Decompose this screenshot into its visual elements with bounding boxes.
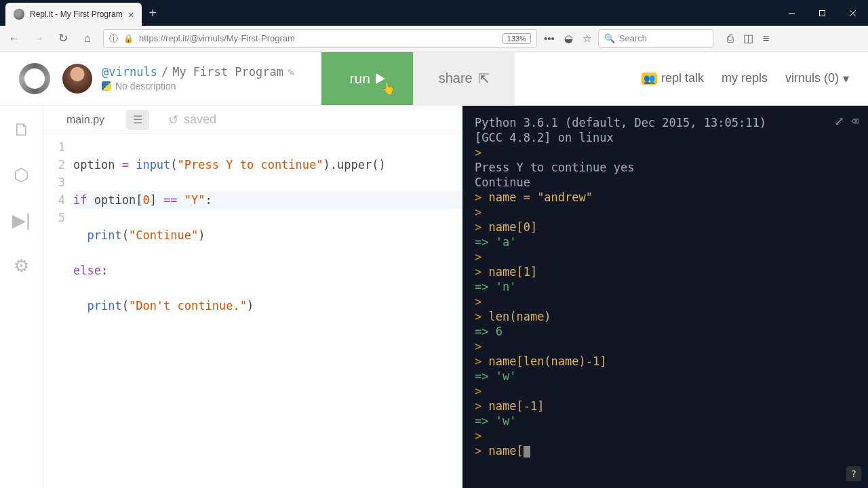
terminal-cursor: [524, 446, 530, 458]
main-content: 🗋 ⬡ ▶| ⚙ main.py ☰ ↺ saved 12345 option …: [0, 106, 868, 488]
browser-tab[interactable]: Repl.it - My First Program ×: [5, 3, 142, 26]
search-icon: 🔍: [604, 33, 615, 43]
minimize-button[interactable]: [776, 0, 807, 26]
url-bar[interactable]: ⓘ 🔒 https://repl.it/@virnuls/My-First-Pr…: [103, 29, 537, 48]
header-links: 👥repl talk my repls virnuls (0)▾: [642, 71, 849, 86]
replit-logo[interactable]: [19, 63, 50, 94]
share-button[interactable]: share ⇱: [413, 52, 515, 105]
menu-icon[interactable]: ≡: [763, 33, 769, 45]
forward-button[interactable]: →: [30, 30, 47, 47]
bookmark-star-icon[interactable]: ☆: [583, 33, 591, 45]
tab-close-icon[interactable]: ×: [128, 9, 134, 20]
browser-toolbar: ← → ↻ ⌂ ⓘ 🔒 https://repl.it/@virnuls/My-…: [0, 26, 868, 52]
terminal-current: name[: [488, 444, 523, 458]
back-button[interactable]: ←: [5, 30, 23, 47]
more-actions-icon[interactable]: •••: [544, 33, 555, 44]
search-box[interactable]: 🔍 Search: [598, 29, 713, 48]
maximize-button[interactable]: [807, 0, 837, 26]
chevron-down-icon: ▾: [843, 71, 849, 86]
lock-icon: 🔒: [123, 34, 134, 43]
zoom-badge[interactable]: 133%: [502, 33, 531, 44]
terminal-io: Press Y to continue yes: [475, 160, 856, 175]
search-placeholder: Search: [619, 33, 647, 43]
history-icon: ↺: [168, 113, 178, 127]
packages-icon[interactable]: ⬡: [14, 165, 29, 186]
pocket-icon[interactable]: ◒: [564, 33, 573, 45]
window-controls: [776, 0, 868, 26]
page-action-icons: ••• ◒ ☆: [544, 33, 591, 45]
expand-icon[interactable]: ⤢: [834, 114, 844, 129]
format-button[interactable]: ☰: [126, 110, 149, 130]
tab-favicon: [14, 9, 24, 20]
home-button[interactable]: ⌂: [79, 30, 96, 47]
project-title: My First Program: [172, 65, 283, 79]
share-icon: ⇱: [478, 70, 490, 87]
user-avatar[interactable]: [62, 64, 92, 94]
file-tab-main[interactable]: main.py: [49, 108, 122, 131]
close-window-button[interactable]: [837, 0, 868, 26]
line-gutter: 12345: [43, 138, 73, 488]
files-icon[interactable]: 🗋: [13, 119, 31, 140]
sidebar-icon[interactable]: ◫: [743, 32, 753, 45]
terminal-info-1: Python 3.6.1 (default, Dec 2015, 13:05:1…: [475, 115, 856, 130]
code-lines[interactable]: option = input("Press Y to continue").up…: [73, 138, 462, 488]
edit-icon[interactable]: ✎: [288, 65, 294, 79]
help-button[interactable]: ?: [846, 466, 861, 481]
repl-talk-link[interactable]: 👥repl talk: [642, 71, 704, 85]
project-description: No description: [102, 81, 294, 92]
tab-title: Repl.it - My First Program: [30, 9, 123, 19]
settings-icon[interactable]: ⚙: [14, 256, 29, 277]
new-tab-button[interactable]: +: [142, 5, 163, 21]
library-icon[interactable]: ⎙: [727, 33, 734, 45]
terminal-out: Continue: [475, 175, 856, 190]
project-info: @virnuls/My First Program ✎ No descripti…: [102, 65, 294, 92]
cursor-icon: 👆: [381, 81, 395, 96]
terminal-controls: ⤢ ⌫: [834, 114, 859, 129]
toolbar-right: ⎙ ◫ ≡: [727, 32, 769, 45]
python-icon: [102, 81, 111, 91]
project-name: @virnuls/My First Program ✎: [102, 65, 294, 79]
project-owner[interactable]: @virnuls: [102, 65, 157, 79]
browser-titlebar: Repl.it - My First Program × +: [0, 0, 868, 26]
url-text: https://repl.it/@virnuls/My-First-Progra…: [139, 33, 295, 43]
user-menu[interactable]: virnuls (0)▾: [785, 71, 849, 86]
editor-tabs: main.py ☰ ↺ saved: [43, 106, 462, 134]
run-button[interactable]: run 👆: [321, 52, 413, 105]
terminal-info-2: [GCC 4.8.2] on linux: [475, 130, 856, 145]
terminal[interactable]: ⤢ ⌫ Python 3.6.1 (default, Dec 2015, 13:…: [462, 106, 868, 488]
reload-button[interactable]: ↻: [54, 30, 72, 47]
saved-indicator: ↺ saved: [168, 113, 216, 127]
my-repls-link[interactable]: my repls: [722, 71, 768, 85]
code-editor[interactable]: 12345 option = input("Press Y to continu…: [43, 134, 462, 488]
left-toolbar: 🗋 ⬡ ▶| ⚙: [0, 106, 43, 488]
app-header: @virnuls/My First Program ✎ No descripti…: [0, 52, 868, 106]
svg-rect-1: [820, 10, 825, 16]
debugger-icon[interactable]: ▶|: [12, 210, 31, 231]
clear-icon[interactable]: ⌫: [851, 114, 859, 129]
people-icon: 👥: [642, 73, 657, 85]
info-icon[interactable]: ⓘ: [109, 33, 118, 45]
editor-panel: main.py ☰ ↺ saved 12345 option = input("…: [43, 106, 462, 488]
